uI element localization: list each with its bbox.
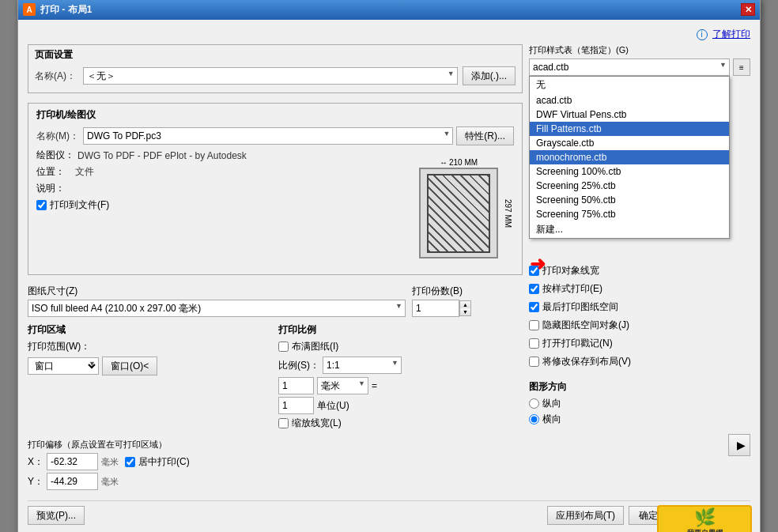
center-print-label: 居中打印(C)	[138, 455, 190, 469]
landscape-label: 横向	[542, 413, 561, 426]
save-changes-cb[interactable]	[529, 357, 539, 367]
location-row: 位置： 文件	[36, 165, 405, 179]
fit-paper-checkbox[interactable]	[278, 341, 289, 352]
printer-section: 打印机/绘图仪 名称(M)： DWG To PDF.pc3 特性(R)...	[28, 103, 523, 275]
hide-paper-space-objects-row: 隐藏图纸空间对象(J)	[529, 319, 750, 332]
print-by-style-row: 按样式打印(E)	[529, 282, 750, 296]
print-object-linewidth-row: 打印对象线宽	[529, 264, 750, 277]
style-dropdown: 无 acad.ctb DWF Virtual Pens.ctb Fill Pat…	[529, 76, 730, 239]
learn-print-link[interactable]: i 了解打印	[697, 28, 750, 41]
window-button[interactable]: 窗口(O)<	[102, 357, 157, 375]
style-edit-button[interactable]: ≡	[733, 58, 750, 76]
unit2-label: 单位(U)	[317, 399, 349, 413]
dropdown-item-s100[interactable]: Screening 100%.ctb	[530, 164, 729, 179]
print-by-style-label: 按样式打印(E)	[542, 282, 602, 296]
preview-button[interactable]: 预览(P)...	[28, 506, 85, 525]
paper-preview: ↔ 210 MM 297 MM	[419, 168, 498, 258]
landscape-row: 横向	[529, 413, 750, 426]
paper-dim-right: 297 MM	[503, 198, 512, 227]
equals-sign: =	[372, 380, 377, 391]
printer-title: 打印机/绘图仪	[36, 108, 514, 122]
window-title: 打印 - 布局1	[40, 3, 92, 17]
shrink-label: 缩放线宽(L)	[292, 417, 342, 430]
printer-name-select[interactable]: DWG To PDF.pc3	[83, 127, 453, 145]
description-label: 说明：	[36, 182, 72, 195]
paper-dim-top: 210 MM	[449, 158, 478, 167]
scale-label: 比例(S)：	[278, 359, 319, 372]
x-input[interactable]	[47, 453, 98, 470]
dropdown-item-grayscale[interactable]: Grayscale.ctb	[530, 136, 729, 150]
dropdown-item-dwf[interactable]: DWF Virtual Pens.ctb	[530, 108, 729, 122]
center-print-row: 居中打印(C)	[125, 455, 190, 469]
portrait-radio[interactable]	[529, 398, 539, 409]
expand-button[interactable]: ▶	[728, 434, 750, 456]
scale-val1[interactable]	[278, 377, 314, 394]
apply-button[interactable]: 应用到布局(T)	[547, 506, 624, 525]
scale-unit1-select[interactable]: 毫米	[317, 377, 368, 394]
center-print-checkbox[interactable]	[125, 457, 135, 467]
copies-down[interactable]: ▼	[460, 308, 470, 315]
y-input[interactable]	[47, 473, 98, 490]
close-button[interactable]: ✕	[741, 3, 755, 16]
title-bar: A 打印 - 布局1 ✕	[18, 0, 760, 20]
save-changes-label: 将修改保存到布局(V)	[542, 355, 631, 368]
print-scale-section: 打印比例 布满图纸(I) 比例(S)： 1:1	[278, 323, 523, 432]
watermark-logo: 🌿	[694, 507, 716, 528]
print-to-file-label: 打印到文件(F)	[50, 198, 109, 212]
dropdown-item-mono[interactable]: monochrome.ctb	[530, 150, 729, 164]
dropdown-item-wu[interactable]: 无	[530, 77, 729, 93]
print-style-section: 打印样式表（笔指定）(G) acad.ctb 无 acad.ctb DWF Vi…	[529, 44, 750, 76]
name-select[interactable]: ＜无＞	[83, 67, 458, 85]
scale-select[interactable]: 1:1	[323, 357, 402, 374]
print-scale-title: 打印比例	[278, 323, 523, 337]
open-print-log-cb[interactable]	[529, 338, 539, 349]
y-label: Y：	[28, 475, 43, 489]
scale-val2[interactable]	[278, 397, 314, 414]
dropdown-item-new[interactable]: 新建...	[530, 221, 729, 238]
dropdown-item-s75[interactable]: Screening 75%.ctb	[530, 207, 729, 221]
add-button[interactable]: 添加(.)...	[463, 66, 516, 85]
watermark: 🌿 我要自學網 www.51zxw.NET	[657, 505, 752, 532]
paper-size-select[interactable]: ISO full bleed A4 (210.00 x 297.00 毫米)	[28, 300, 406, 317]
shrink-linewidth-checkbox[interactable]	[278, 418, 289, 428]
dropdown-item-fill[interactable]: Fill Patterns.ctb	[530, 122, 729, 136]
open-print-log-row: 打开打印戳记(N)	[529, 337, 750, 350]
dropdown-item-s25[interactable]: Screening 25%.ctb	[530, 179, 729, 193]
dropdown-item-s50[interactable]: Screening 50%.ctb	[530, 193, 729, 207]
print-to-file-checkbox[interactable]	[36, 200, 47, 210]
hide-paper-space-objects-cb[interactable]	[529, 320, 539, 330]
description-row: 说明：	[36, 182, 405, 195]
plotter-row: 绘图仪： DWG To PDF - PDF ePlot - by Autodes…	[36, 149, 405, 162]
printer-name-label: 名称(M)：	[36, 130, 80, 143]
offset-x-row: X： 毫米	[28, 453, 119, 470]
footer: 预览(P)... 应用到布局(T) 确定 取消 帮助	[28, 500, 750, 525]
y-unit: 毫米	[101, 476, 119, 488]
copies-up[interactable]: ▲	[460, 301, 470, 308]
print-by-style-cb[interactable]	[529, 284, 539, 294]
print-object-linewidth-cb[interactable]	[529, 266, 539, 276]
plotter-label: 绘图仪：	[36, 149, 74, 162]
paper-size-label: 图纸尺寸(Z)	[28, 285, 77, 296]
range-select[interactable]: 窗口	[28, 357, 99, 375]
app-icon: A	[23, 3, 36, 16]
dropdown-item-acad[interactable]: acad.ctb	[530, 93, 729, 108]
landscape-radio[interactable]	[529, 414, 539, 424]
last-print-paper-space-cb[interactable]	[529, 302, 539, 312]
print-object-linewidth-label: 打印对象线宽	[542, 264, 599, 277]
orientation-title: 图形方向	[529, 380, 750, 394]
location-label: 位置：	[36, 165, 72, 179]
last-print-paper-space-label: 最后打印图纸空间	[542, 300, 618, 314]
right-panel: 打印样式表（笔指定）(G) acad.ctb 无 acad.ctb DWF Vi…	[529, 44, 750, 492]
last-print-paper-space-row: 最后打印图纸空间	[529, 300, 750, 314]
copies-input[interactable]	[412, 300, 459, 317]
page-setup-name-row: 名称(A)： ＜无＞ 添加(.)...	[35, 66, 516, 85]
portrait-label: 纵向	[542, 397, 561, 410]
save-changes-row: 将修改保存到布局(V)	[529, 355, 750, 368]
window-body: i 了解打印 页面设置 名称(A)： ＜无＞	[18, 20, 760, 532]
range-label: 打印范围(W)：	[28, 341, 90, 352]
copies-label: 打印份数(B)	[412, 285, 463, 296]
properties-button[interactable]: 特性(R)...	[456, 126, 514, 145]
print-style-select[interactable]: acad.ctb	[529, 58, 730, 76]
fit-paper-label: 布满图纸(I)	[292, 340, 338, 353]
hide-paper-space-objects-label: 隐藏图纸空间对象(J)	[542, 319, 629, 332]
